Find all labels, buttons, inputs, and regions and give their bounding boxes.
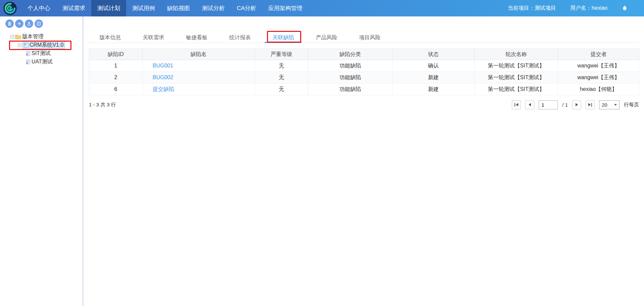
- export-button[interactable]: [35, 19, 43, 28]
- defect-link[interactable]: BUG002: [153, 74, 173, 80]
- table-header-row: 缺陷ID 缺陷名 严重等级 缺陷分类 状态 轮次名称 提交者: [89, 49, 639, 60]
- table-row: 1 BUG001 无 功能缺陷 确认 第一轮测试【SIT测试】 wangwei【…: [89, 60, 639, 72]
- pagination-bar: 1 - 3 共 3 行 / 1 20 行每页: [89, 100, 639, 109]
- nav-personal-center[interactable]: 个人中心: [21, 0, 56, 16]
- tab-agile-board[interactable]: 敏捷看板: [175, 32, 218, 43]
- cell-status: 新建: [392, 72, 475, 84]
- tab-linked-requirements[interactable]: 关联需求: [132, 32, 175, 43]
- top-nav: 个人中心 测试需求 测试计划 测试用例 缺陷视图 测试分析 CA分析 应用架构管…: [0, 0, 644, 16]
- prev-page-icon: [529, 103, 531, 106]
- tab-linked-defects[interactable]: 关联缺陷: [262, 32, 305, 43]
- cell-severity: 无: [255, 72, 308, 84]
- cell-defect-id: 2: [89, 72, 143, 84]
- add-button[interactable]: [15, 19, 23, 28]
- defects-table: 缺陷ID 缺陷名 严重等级 缺陷分类 状态 轮次名称 提交者 1 BUG001 …: [89, 49, 639, 95]
- collapse-toggle-icon[interactable]: [18, 43, 21, 47]
- test-plan-icon: [25, 59, 31, 64]
- last-page-icon: [588, 103, 591, 106]
- tree-node-version-management[interactable]: 版本管理: [0, 33, 82, 41]
- cell-submitter: hexiao【何晓】: [558, 84, 639, 95]
- page-size-select[interactable]: 20: [599, 100, 620, 109]
- tab-project-risk[interactable]: 项目风险: [348, 32, 391, 43]
- defect-link[interactable]: 提交缺陷: [153, 86, 174, 92]
- total-pages-label: / 1: [562, 102, 568, 108]
- detail-tabs: 版本信息 关联需求 敏捷看板 统计报表 关联缺陷 产品风险 项目风险: [89, 32, 639, 43]
- tab-product-risk[interactable]: 产品风险: [305, 32, 348, 43]
- test-plan-icon: [25, 51, 31, 56]
- column-header-submitter: 提交者: [558, 49, 639, 60]
- chevron-down-icon: [614, 104, 617, 106]
- tree-node-label: 版本管理: [22, 33, 44, 40]
- upload-button[interactable]: [25, 19, 33, 28]
- column-header-round-name: 轮次名称: [475, 49, 558, 60]
- nav-ca-analysis[interactable]: CA分析: [231, 0, 262, 16]
- next-page-button[interactable]: [572, 100, 581, 109]
- cell-status: 新建: [392, 84, 475, 95]
- app-logo-icon[interactable]: [3, 2, 17, 15]
- plus-icon: [17, 21, 22, 26]
- folder-icon: [15, 34, 21, 39]
- tree-node-sit-test[interactable]: SIT测试: [0, 49, 82, 58]
- next-page-icon: [576, 103, 578, 106]
- row-count-summary: 1 - 3 共 3 行: [89, 102, 116, 108]
- app: { "nav": { "items": [ { "label": "个人中心" …: [0, 0, 644, 306]
- panel-splitter[interactable]: [83, 16, 84, 306]
- active-tab-indicator: [265, 42, 302, 43]
- page-number-input[interactable]: [539, 100, 558, 109]
- cell-category: 功能缺陷: [308, 60, 392, 72]
- nav-test-requirements[interactable]: 测试需求: [56, 0, 91, 16]
- page-size-value: 20: [602, 102, 607, 108]
- column-header-category: 缺陷分类: [308, 49, 392, 60]
- trash-icon: [7, 21, 12, 26]
- tab-version-info[interactable]: 版本信息: [89, 32, 132, 43]
- tab-stats-report[interactable]: 统计报表: [218, 32, 262, 43]
- tree-toolbar: [5, 19, 43, 28]
- cell-category: 功能缺陷: [308, 72, 392, 84]
- cell-submitter: wangwei【王伟】: [558, 72, 639, 84]
- notification-bell-icon[interactable]: [622, 5, 628, 12]
- nav-test-cases[interactable]: 测试用例: [126, 0, 161, 16]
- delete-button[interactable]: [5, 19, 14, 28]
- username-label: 用户名：hexiao: [570, 5, 607, 12]
- last-page-button[interactable]: [586, 100, 595, 109]
- cell-status: 确认: [392, 60, 475, 72]
- current-project-label: 当前项目：测试项目: [508, 5, 556, 12]
- column-header-defect-id: 缺陷ID: [89, 49, 143, 60]
- cell-severity: 无: [255, 84, 308, 95]
- nav-app-architecture[interactable]: 应用架构管理: [262, 0, 309, 16]
- tree-node-crm-v1[interactable]: CRM系统V1.0: [0, 41, 82, 49]
- cell-submitter: wangwei【王伟】: [558, 60, 639, 72]
- selected-tree-node[interactable]: CRM系统V1.0: [22, 41, 65, 49]
- nav-test-analysis[interactable]: 测试分析: [196, 0, 231, 16]
- cell-round: 第一轮测试【SIT测试】: [475, 72, 558, 84]
- column-header-defect-name: 缺陷名: [143, 49, 255, 60]
- tree-node-uat-test[interactable]: UAT测试: [0, 58, 82, 66]
- cell-defect-id: 1: [89, 60, 143, 72]
- page-size-label: 行每页: [624, 102, 639, 108]
- cell-round: 第一轮测试【SIT测试】: [475, 84, 558, 95]
- cell-severity: 无: [255, 60, 308, 72]
- defect-link[interactable]: BUG001: [153, 63, 173, 68]
- nav-test-plan[interactable]: 测试计划: [91, 0, 126, 16]
- version-icon: [24, 43, 29, 48]
- nav-menu: 个人中心 测试需求 测试计划 测试用例 缺陷视图 测试分析 CA分析 应用架构管…: [21, 0, 309, 16]
- upload-icon: [26, 21, 32, 26]
- first-page-icon: [515, 103, 515, 107]
- table-row: 6 提交缺陷 无 功能缺陷 新建 第一轮测试【SIT测试】 hexiao【何晓】: [89, 84, 639, 95]
- nav-defect-view[interactable]: 缺陷视图: [161, 0, 196, 16]
- tree-node-label: SIT测试: [32, 50, 51, 57]
- table-row: 2 BUG002 无 功能缺陷 新建 第一轮测试【SIT测试】 wangwei【…: [89, 72, 639, 84]
- cell-category: 功能缺陷: [308, 84, 392, 95]
- pagination-controls: / 1 20 行每页: [512, 100, 639, 109]
- first-page-button[interactable]: [512, 100, 521, 109]
- tree-node-label: UAT测试: [32, 58, 53, 65]
- prev-page-button[interactable]: [525, 100, 534, 109]
- version-tree: 版本管理 CRM系统V1.0 SIT测试: [0, 33, 82, 66]
- nav-right: 当前项目：测试项目 用户名：hexiao: [508, 5, 644, 12]
- column-header-status: 状态: [392, 49, 475, 60]
- tree-node-label: CRM系统V1.0: [30, 42, 63, 49]
- cell-defect-id: 6: [89, 84, 143, 95]
- column-header-severity: 严重等级: [255, 49, 308, 60]
- collapse-toggle-icon[interactable]: [10, 35, 14, 39]
- cell-round: 第一轮测试【SIT测试】: [475, 60, 558, 72]
